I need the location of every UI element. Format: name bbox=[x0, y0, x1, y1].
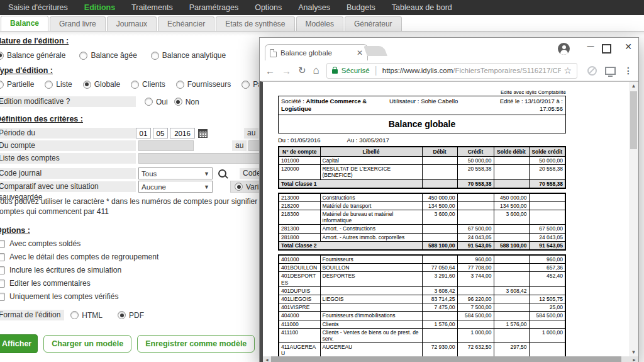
radio-balance-analytique[interactable]: Balance analytique bbox=[151, 51, 226, 60]
menu-item-parametrages[interactable]: Paramétrages bbox=[181, 3, 247, 12]
tab-etats-synthese[interactable]: Etats de synthèse bbox=[216, 16, 294, 31]
radio-balance-generale[interactable]: Balance générale bbox=[0, 51, 65, 60]
radio-fournisseurs[interactable]: Fournisseurs bbox=[176, 80, 231, 89]
check-comptes-verifies[interactable]: Uniquement les comptes vérifiés bbox=[0, 292, 296, 301]
radio-icon bbox=[0, 52, 4, 60]
radio-non[interactable]: Non bbox=[174, 98, 199, 106]
radio-clients[interactable]: Clients bbox=[131, 80, 165, 89]
table-row: 401DESPORTESDESPORTES3 291,603 744,00452… bbox=[279, 272, 565, 286]
edition-modificative-row: Edition modificative ? Oui Non bbox=[0, 96, 296, 107]
calendar-icon[interactable] bbox=[198, 129, 208, 138]
du-compte-input[interactable] bbox=[138, 140, 194, 151]
menu-item-tableaux[interactable]: Tableaux de bord bbox=[384, 3, 460, 12]
periode-year-input[interactable] bbox=[170, 128, 195, 139]
table-row: 401DUPUIS3 608,423 608,42 bbox=[279, 286, 565, 295]
afficher-button[interactable]: Afficher bbox=[0, 334, 38, 353]
cast-icon[interactable] bbox=[605, 67, 616, 75]
browser-tab-title: Balance globale bbox=[280, 49, 332, 57]
table-row: 411AUGEREAUAUGEREAU72 930,0072 632,50297… bbox=[279, 343, 565, 358]
du-compte-row: Du compte au bbox=[0, 140, 296, 151]
criteres-section-title: Définition des critères : bbox=[0, 115, 296, 123]
profile-icon[interactable] bbox=[558, 43, 570, 55]
check-editer-commentaires[interactable]: Editer les commentaires bbox=[0, 279, 296, 288]
report-period: Du : 01/05/2016Au : 30/05/2017 bbox=[278, 137, 566, 144]
report-popup-window: Balance globale Sécurisé | https://www.i… bbox=[259, 37, 639, 362]
table-row: 401BOUILLONBOUILLON77 050,6477 708,00657… bbox=[279, 264, 565, 272]
bookmark-star-icon[interactable] bbox=[564, 65, 572, 76]
radio-pdf[interactable]: PDF bbox=[118, 311, 144, 320]
menu-item-editions[interactable]: Editions bbox=[76, 3, 123, 12]
periode-day-input[interactable] bbox=[136, 128, 151, 139]
charger-modele-button[interactable]: Charger un modèle bbox=[43, 335, 131, 353]
menu-item-traitements[interactable]: Traitements bbox=[123, 3, 181, 12]
tab-close-icon[interactable] bbox=[357, 48, 363, 57]
balance-table-classe2: 213000Constructions450 000,00450 000,002… bbox=[278, 193, 566, 251]
menu-item-analyses[interactable]: Analyses bbox=[290, 3, 338, 12]
table-row: 401000Fournisseurs960,00960,00 bbox=[279, 255, 565, 264]
minimize-button[interactable] bbox=[584, 39, 597, 50]
radio-icon bbox=[151, 52, 159, 60]
pdf-document: Edité avec idylis Comptabilité Société :… bbox=[278, 89, 566, 362]
type-options: Partielle Liste Globale Clients Fourniss… bbox=[0, 80, 296, 89]
scroll-left-icon[interactable] bbox=[263, 358, 271, 362]
periode-label: Période du bbox=[0, 128, 136, 139]
horizontal-scroll-thumb[interactable] bbox=[271, 356, 621, 362]
check-comptes-soldes[interactable]: Avec comptes soldés bbox=[0, 239, 296, 248]
vertical-scrollbar[interactable] bbox=[629, 82, 638, 356]
maximize-button[interactable] bbox=[602, 44, 611, 54]
chevron-down-icon bbox=[204, 184, 212, 190]
popup-titlebar[interactable]: Balance globale bbox=[260, 38, 638, 60]
radio-html[interactable]: HTML bbox=[70, 311, 103, 320]
radio-globale[interactable]: Globale bbox=[83, 80, 120, 89]
periode-month-input[interactable] bbox=[153, 128, 168, 139]
blocked-content-icon[interactable] bbox=[587, 66, 597, 76]
check-detail-regroupement[interactable]: Avec le détail des comptes de regroupeme… bbox=[0, 252, 296, 261]
du-compte-au-label: au bbox=[232, 140, 247, 151]
edite-le-label: Edité le : 13/10/2017 à : 17:05:56 bbox=[489, 98, 563, 113]
scroll-down-icon[interactable] bbox=[629, 349, 638, 355]
scroll-right-icon[interactable] bbox=[630, 358, 638, 362]
radio-balance-agee[interactable]: Balance âgée bbox=[79, 51, 136, 60]
code-journal-row: Code journal Tous Code ana bbox=[0, 168, 296, 179]
tab-journaux[interactable]: Journaux bbox=[107, 16, 157, 31]
code-journal-select[interactable]: Tous bbox=[138, 167, 213, 179]
lock-icon bbox=[332, 69, 338, 74]
main-menu-bar: Saisie d'écritures Editions Traitements … bbox=[0, 0, 644, 15]
search-icon[interactable] bbox=[218, 169, 226, 178]
tab-generateur[interactable]: Générateur bbox=[345, 16, 402, 31]
liste-comptes-label: Liste des comptes bbox=[0, 153, 136, 164]
back-icon[interactable] bbox=[265, 65, 275, 76]
chevron-down-icon bbox=[204, 171, 212, 177]
browser-tab[interactable]: Balance globale bbox=[265, 44, 368, 61]
radio-oui[interactable]: Oui bbox=[145, 98, 168, 106]
forward-icon[interactable] bbox=[282, 65, 291, 76]
periode-au-label: au bbox=[244, 128, 258, 139]
total-row: Total Classe 170 558,3870 558,38 bbox=[279, 179, 565, 188]
tab-balance[interactable]: Balance bbox=[1, 16, 48, 31]
tab-strip-stub bbox=[364, 46, 387, 56]
radio-partielle[interactable]: Partielle bbox=[0, 80, 34, 89]
radio-liste[interactable]: Liste bbox=[45, 80, 72, 89]
menu-item-options[interactable]: Options bbox=[247, 3, 290, 12]
vertical-scroll-thumb[interactable] bbox=[630, 91, 637, 149]
home-icon[interactable] bbox=[313, 64, 319, 77]
browser-menu-icon[interactable] bbox=[624, 65, 633, 76]
url-separator: | bbox=[375, 65, 377, 76]
menu-item-saisie[interactable]: Saisie d'écritures bbox=[0, 3, 76, 12]
tab-grand-livre[interactable]: Grand livre bbox=[50, 16, 106, 31]
sub-tab-strip: Balance Grand livre Journaux Echéancier … bbox=[0, 15, 644, 31]
url-field[interactable]: Sécurisé | https://www.idylis.com/Fichie… bbox=[326, 63, 577, 79]
reload-icon[interactable] bbox=[298, 65, 306, 76]
comparatif-select[interactable]: Aucune bbox=[138, 181, 213, 193]
table-row: 404000Fournisseurs d'immobilisations584 … bbox=[279, 312, 565, 320]
address-bar: Sécurisé | https://www.idylis.com/Fichie… bbox=[260, 60, 638, 81]
check-ecritures-simulation[interactable]: Inclure les écritures de simulation bbox=[0, 266, 296, 274]
menu-item-budgets[interactable]: Budgets bbox=[338, 3, 384, 12]
enregistrer-modele-button[interactable]: Enregistrer comme modèle bbox=[137, 335, 255, 353]
nature-options: Balance générale Balance âgée Balance an… bbox=[0, 51, 296, 60]
tab-modeles[interactable]: Modèles bbox=[296, 16, 343, 31]
horizontal-scrollbar[interactable] bbox=[263, 356, 638, 362]
tab-echeancier[interactable]: Echéancier bbox=[158, 16, 214, 31]
scroll-up-icon[interactable] bbox=[629, 83, 638, 89]
close-button[interactable] bbox=[621, 41, 635, 52]
